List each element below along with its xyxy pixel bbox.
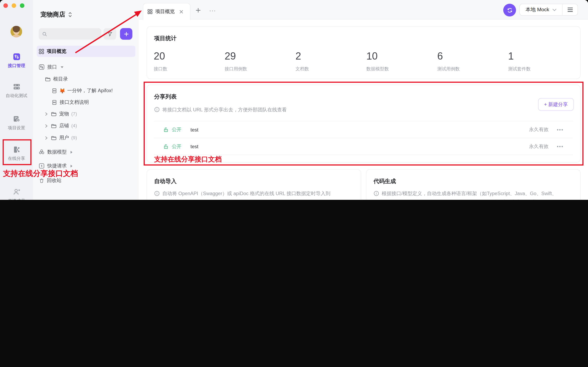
share-validity: 永久有效	[529, 126, 549, 133]
main-area: 项目概览 ··· 本地 Mock	[139, 0, 588, 200]
stat-test-suite-count: 1 测试套件数	[508, 50, 579, 72]
share-list-card: 分享列表 + 新建分享 将接口文档以 URL 形式分享出去，方便外部团队在线查看	[147, 85, 580, 162]
mock-selector-group: 本地 Mock	[519, 4, 578, 16]
overview-grid-icon	[147, 9, 153, 14]
search-input[interactable]	[39, 28, 101, 40]
info-icon	[154, 107, 160, 112]
sidebar-folder-store[interactable]: 店铺 (4)	[37, 120, 135, 132]
caret-right-icon	[70, 150, 73, 154]
auto-import-card: 自动导入 自动将 OpenAPI（Swagger）或 apiDoc 格式的在线 …	[147, 169, 361, 200]
auto-import-title: 自动导入	[154, 178, 177, 185]
sidebar-item-api-section[interactable]: 接口	[37, 61, 135, 73]
share-list: 公开 test 永久有效 ••• 公开 test 永久有效 •••	[154, 121, 573, 155]
folder-icon	[51, 135, 57, 141]
tab-overflow-button[interactable]: ···	[207, 6, 218, 15]
filter-button[interactable]	[104, 28, 116, 40]
mock-selector[interactable]: 本地 Mock	[520, 4, 562, 15]
stat-api-count: 20 接口数	[154, 50, 225, 72]
share-name: test	[190, 127, 199, 133]
annotation-share-note: 支持在线分享接口文档	[154, 155, 222, 164]
markdown-doc-icon	[52, 100, 57, 105]
share-validity: 永久有效	[529, 143, 549, 150]
unlock-icon	[163, 143, 169, 149]
project-switch-chevrons-icon	[68, 12, 72, 17]
plus-icon	[195, 7, 201, 13]
unlock-icon	[163, 127, 169, 133]
folder-icon	[51, 123, 57, 129]
chevron-down-icon	[552, 8, 556, 11]
close-tab-icon[interactable]	[179, 9, 183, 14]
share-name: test	[190, 143, 199, 149]
close-window-button[interactable]	[3, 3, 8, 8]
minimize-window-button[interactable]	[12, 3, 16, 8]
new-tab-button[interactable]	[192, 6, 204, 15]
share-row-more-button[interactable]: •••	[557, 127, 563, 133]
invite-member-icon	[13, 188, 21, 196]
plus-icon	[123, 31, 129, 36]
add-new-button[interactable]	[120, 28, 132, 40]
sidebar-item-quick-request[interactable]: 快捷请求	[37, 160, 135, 171]
folder-icon	[51, 111, 57, 117]
share-list-description: 将接口文档以 URL 形式分享出去，方便外部团队在线查看	[162, 105, 287, 114]
online-share-icon	[13, 146, 21, 154]
sidebar-doc-readme[interactable]: 接口文档说明	[37, 97, 135, 108]
folder-icon	[45, 76, 51, 82]
project-stats-card: 项目统计 20 接口数 29 接口用例数 2 文档数 10	[147, 26, 580, 79]
app-window: 接口管理 自动化测试 项目设置	[0, 0, 588, 200]
chevron-right-icon	[45, 124, 48, 128]
codegen-title: 代码生成	[373, 178, 396, 185]
sidebar-folder-users[interactable]: 用户 (9)	[37, 132, 135, 143]
avatar[interactable]	[10, 26, 22, 38]
maximize-window-button[interactable]	[20, 3, 24, 8]
info-icon	[373, 191, 379, 196]
share-visibility: 公开	[172, 143, 182, 150]
share-list-title: 分享列表	[154, 93, 177, 100]
new-share-button[interactable]: + 新建分享	[538, 98, 574, 111]
sidebar-folder-pets[interactable]: 宠物 (7)	[37, 108, 135, 119]
project-switcher[interactable]: 宠物商店	[40, 10, 72, 18]
sidebar-doc-intro[interactable]: 🦊 一分钟，了解 Apifox!	[37, 85, 135, 96]
quick-request-icon	[39, 163, 44, 169]
api-section-icon	[39, 64, 44, 70]
rail-item-automated-testing[interactable]: 自动化测试	[0, 83, 33, 98]
rail-item-online-share[interactable]: 在线分享	[0, 146, 33, 160]
share-row[interactable]: 公开 test 永久有效 •••	[154, 138, 573, 155]
share-row[interactable]: 公开 test 永久有效 •••	[154, 121, 573, 138]
automated-testing-icon	[13, 83, 21, 91]
search-icon	[42, 31, 47, 36]
api-management-icon	[13, 53, 21, 61]
markdown-doc-icon	[52, 88, 57, 94]
rail-item-invite-members[interactable]: 邀请成员	[0, 188, 33, 200]
project-title: 宠物商店	[40, 10, 65, 18]
share-visibility: 公开	[172, 126, 182, 133]
rail-item-project-settings[interactable]: 项目设置	[0, 115, 33, 130]
stat-test-case-count: 6 测试用例数	[437, 50, 508, 72]
sync-button[interactable]	[503, 4, 516, 16]
window-controls	[3, 3, 25, 8]
overview-grid-icon	[39, 49, 44, 54]
stats-title: 项目统计	[154, 35, 177, 42]
rail-item-api-management[interactable]: 接口管理	[0, 53, 33, 68]
sidebar-item-recycle-bin[interactable]: 回收站	[37, 175, 135, 186]
chevron-right-icon	[45, 112, 48, 116]
fox-emoji: 🦊	[59, 88, 65, 94]
project-settings-icon	[13, 115, 21, 123]
filter-funnel-icon	[107, 31, 112, 36]
tab-project-overview[interactable]: 项目概览	[143, 3, 190, 20]
left-rail: 接口管理 自动化测试 项目设置	[0, 0, 33, 200]
sidebar-item-project-overview[interactable]: 项目概览	[37, 46, 135, 57]
caret-right-icon	[70, 164, 73, 167]
info-icon	[154, 191, 160, 196]
sync-icon	[507, 7, 513, 13]
chevron-right-icon	[45, 136, 48, 140]
stat-doc-count: 2 文档数	[295, 50, 366, 72]
content-area: 项目统计 20 接口数 29 接口用例数 2 文档数 10	[139, 20, 588, 200]
sidebar-folder-root[interactable]: 根目录	[37, 73, 135, 85]
sidebar-item-data-model[interactable]: 数据模型	[37, 146, 135, 158]
share-row-more-button[interactable]: •••	[557, 143, 563, 149]
stats-row: 20 接口数 29 接口用例数 2 文档数 10 数据模型数	[154, 50, 579, 72]
menu-button[interactable]	[562, 4, 577, 15]
trash-icon	[39, 178, 44, 184]
hamburger-icon	[567, 8, 573, 12]
tab-bar: 项目概览 ··· 本地 Mock	[139, 0, 588, 20]
